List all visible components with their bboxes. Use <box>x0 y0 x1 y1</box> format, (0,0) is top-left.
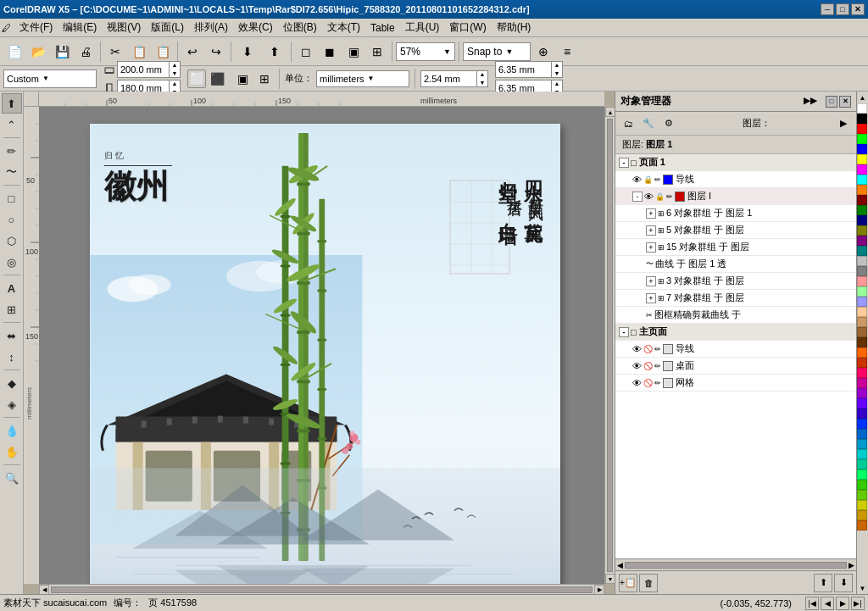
fill-tool[interactable]: ◆ <box>2 373 22 393</box>
copy-button[interactable]: 📋 <box>128 41 150 63</box>
polygon-tool[interactable]: ⬡ <box>2 231 22 251</box>
shape-tool[interactable]: ⌃ <box>2 114 22 135</box>
gutter-up[interactable]: ▲ <box>477 70 487 79</box>
color-scroll-down[interactable]: ▼ <box>857 582 868 594</box>
color-cell-28[interactable] <box>857 388 867 398</box>
width-down[interactable]: ▼ <box>170 69 180 78</box>
color-cell-7[interactable] <box>857 175 867 185</box>
tree-group6[interactable]: + ⊞ 6 对象群组 于 图层 1 <box>615 205 856 222</box>
color-cell-10[interactable] <box>857 205 867 215</box>
page-frame-button[interactable]: ▣ <box>233 69 252 88</box>
tree-group5[interactable]: + ⊞ 5 对象群组 于 图层 <box>615 222 856 239</box>
menu-item-7[interactable]: 文本(T) <box>322 19 365 36</box>
text-tool[interactable]: A <box>2 278 22 298</box>
color-cell-22[interactable] <box>857 327 867 337</box>
menu-item-2[interactable]: 视图(V) <box>102 19 146 36</box>
tree-group15[interactable]: + ⊞ 15 对象群组 于 图层 <box>615 239 856 256</box>
color-cell-39[interactable] <box>857 500 867 510</box>
scroll-thumb-v[interactable] <box>607 119 613 572</box>
smart-draw-tool[interactable]: 〜 <box>2 162 22 182</box>
tb-icon4[interactable]: ⊞ <box>366 41 388 63</box>
dimension-tool[interactable]: ⬌ <box>2 325 22 346</box>
menu-item-10[interactable]: 窗口(W) <box>444 19 491 36</box>
color-cell-25[interactable] <box>857 358 867 368</box>
pan-tool[interactable]: ✋ <box>2 442 22 462</box>
color-cell-23[interactable] <box>857 337 867 347</box>
eyedropper-tool[interactable]: 💧 <box>2 420 22 441</box>
move-down-btn[interactable]: ⬇ <box>834 574 853 592</box>
paste-button[interactable]: 📋 <box>152 41 174 63</box>
color-cell-29[interactable] <box>857 398 867 408</box>
tree-group3[interactable]: + ⊞ 3 对象群组 于 图层 <box>615 273 856 290</box>
color-cell-27[interactable] <box>857 378 867 388</box>
color-cell-33[interactable] <box>857 439 867 449</box>
spiral-tool[interactable]: ◎ <box>2 252 22 272</box>
print-button[interactable]: 🖨 <box>75 41 97 63</box>
color-cell-24[interactable] <box>857 347 867 358</box>
color-cell-32[interactable] <box>857 429 867 439</box>
snap-icon[interactable]: ⊕ <box>532 41 554 63</box>
page-width-input[interactable]: 200.0 mm ▲ ▼ <box>117 61 181 78</box>
color-cell-37[interactable] <box>857 480 867 490</box>
bottom-scrollbar[interactable]: ◀ ▶ <box>39 584 604 594</box>
layer-tb-icon3[interactable]: ⚙ <box>659 114 678 133</box>
panel-close-button[interactable]: ✕ <box>839 96 851 108</box>
layer-tb-icon2[interactable]: 🔧 <box>639 114 658 133</box>
first-page-btn[interactable]: |◀ <box>805 597 819 610</box>
export-button[interactable]: ⬆ <box>262 41 287 63</box>
color-scroll-up[interactable]: ▲ <box>857 92 868 103</box>
scroll-down-arrow[interactable]: ▼ <box>605 574 615 584</box>
color-cell-35[interactable] <box>857 459 867 469</box>
gutter-down[interactable]: ▼ <box>477 79 487 87</box>
redo-button[interactable]: ↪ <box>205 41 227 63</box>
color-cell-15[interactable] <box>857 256 867 266</box>
menu-item-1[interactable]: 编辑(E) <box>58 19 102 36</box>
new-button[interactable]: 📄 <box>3 41 25 63</box>
menu-item-8[interactable]: Table <box>365 20 400 36</box>
rectangle-tool[interactable]: □ <box>2 188 22 208</box>
color-cell-6[interactable] <box>857 164 867 175</box>
table-tool[interactable]: ⊞ <box>2 299 22 319</box>
tree-grid[interactable]: 👁 🚫 ✏ 网格 <box>615 375 856 392</box>
bleed-button[interactable]: ⊞ <box>255 69 274 88</box>
delete-layer-btn[interactable]: 🗑 <box>639 574 658 592</box>
color-cell-26[interactable] <box>857 368 867 378</box>
menu-item-9[interactable]: 工具(U) <box>400 19 445 36</box>
zoom-input[interactable]: 57% ▼ <box>396 42 455 61</box>
color-cell-16[interactable] <box>857 266 867 276</box>
scroll-right-arrow[interactable]: ▶ <box>594 585 604 594</box>
color-cell-18[interactable] <box>857 286 867 297</box>
tb-icon1[interactable]: ◻ <box>295 41 317 63</box>
landscape-button[interactable]: ⬛ <box>208 69 226 88</box>
color-cell-8[interactable] <box>857 185 867 195</box>
tree-page1[interactable]: - □ 页面 1 <box>615 154 856 171</box>
scroll-left-arrow[interactable]: ◀ <box>39 585 49 594</box>
menu-item-11[interactable]: 帮助(H) <box>492 19 537 36</box>
color-cell-40[interactable] <box>857 510 867 520</box>
unit-dropdown[interactable]: millimeters <box>316 70 409 87</box>
new-layer-btn[interactable]: +📋 <box>619 574 637 592</box>
tree-master[interactable]: - □ 主页面 <box>615 324 856 341</box>
cw2-up[interactable]: ▲ <box>552 80 562 88</box>
select-tool[interactable]: ⬆ <box>2 93 22 114</box>
last-page-btn[interactable]: ▶| <box>851 597 865 610</box>
close-button[interactable]: ✕ <box>851 3 865 15</box>
color-cell-36[interactable] <box>857 469 867 480</box>
color-cell-0[interactable] <box>857 103 867 114</box>
undo-button[interactable]: ↩ <box>181 41 203 63</box>
menu-item-5[interactable]: 效果(C) <box>233 19 278 36</box>
gutter-input[interactable]: 2.54 mm ▲ ▼ <box>420 70 488 87</box>
page-preset-dropdown[interactable]: Custom <box>3 69 97 88</box>
color-cell-12[interactable] <box>857 225 867 236</box>
canvas-content[interactable]: 归忆 徽州 <box>39 107 604 584</box>
color-cell-19[interactable] <box>857 297 867 307</box>
col-width-1-input[interactable]: 6.35 mm ▲ ▼ <box>495 61 563 78</box>
tree-layer1[interactable]: - 👁 🔒 ✏ 图层 I <box>615 188 856 205</box>
move-up-btn[interactable]: ⬆ <box>814 574 832 592</box>
color-cell-41[interactable] <box>857 520 867 530</box>
color-cell-38[interactable] <box>857 490 867 500</box>
next-page-btn[interactable]: ▶ <box>836 597 849 610</box>
tree-clip[interactable]: ✂ 图框精确剪裁曲线 于 <box>615 307 856 324</box>
color-cell-17[interactable] <box>857 276 867 286</box>
layer-expand-btn[interactable]: ▶ <box>834 114 853 133</box>
